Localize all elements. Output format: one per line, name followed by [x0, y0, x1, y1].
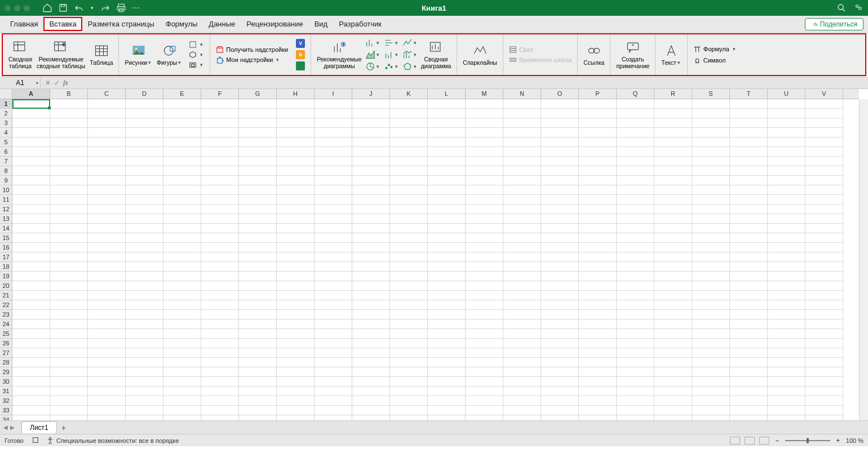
cell-J25[interactable]: [352, 329, 390, 339]
cell-M13[interactable]: [466, 214, 503, 224]
cell-G23[interactable]: [239, 310, 277, 319]
table-button[interactable]: Таблица: [87, 42, 115, 68]
cell-O10[interactable]: [541, 185, 579, 195]
cell-Q32[interactable]: [617, 396, 654, 406]
cell-D22[interactable]: [126, 300, 163, 310]
cell-S3[interactable]: [692, 118, 730, 128]
cell-H4[interactable]: [277, 128, 315, 137]
tab-home[interactable]: Главная: [5, 17, 43, 31]
cell-I32[interactable]: [315, 396, 352, 406]
cell-F19[interactable]: [201, 272, 239, 281]
cell-P10[interactable]: [579, 185, 617, 195]
cell-S22[interactable]: [692, 300, 730, 310]
row-header-32[interactable]: 32: [0, 396, 12, 406]
cell-O19[interactable]: [541, 272, 579, 281]
cell-G8[interactable]: [239, 166, 277, 176]
cell-M33[interactable]: [466, 406, 503, 415]
cell-K8[interactable]: [390, 166, 428, 176]
cell-L7[interactable]: [428, 157, 466, 166]
cell-I3[interactable]: [315, 118, 352, 128]
cell-H12[interactable]: [277, 205, 315, 214]
cell-A20[interactable]: [12, 281, 50, 291]
cell-T1[interactable]: [730, 99, 768, 109]
cell-K25[interactable]: [390, 329, 428, 339]
cell-M12[interactable]: [466, 205, 503, 214]
cell-D18[interactable]: [126, 262, 163, 272]
cell-O24[interactable]: [541, 319, 579, 329]
cell-V18[interactable]: [805, 262, 843, 272]
cell-N5[interactable]: [503, 137, 541, 147]
cell-R4[interactable]: [654, 128, 692, 137]
cell-K12[interactable]: [390, 205, 428, 214]
cell-B33[interactable]: [50, 406, 88, 415]
sheet-prev-icon[interactable]: ◀: [3, 424, 8, 430]
cell-N3[interactable]: [503, 118, 541, 128]
cell-L21[interactable]: [428, 291, 466, 300]
cell-S34[interactable]: [692, 415, 730, 420]
cell-H18[interactable]: [277, 262, 315, 272]
cell-C32[interactable]: [88, 396, 126, 406]
cell-V21[interactable]: [805, 291, 843, 300]
cell-U2[interactable]: [768, 109, 805, 118]
cell-U34[interactable]: [768, 415, 805, 420]
cell-Q10[interactable]: [617, 185, 654, 195]
column-header-E[interactable]: E: [163, 89, 201, 99]
cell-O20[interactable]: [541, 281, 579, 291]
cell-I28[interactable]: [315, 358, 352, 367]
cell-E29[interactable]: [163, 367, 201, 377]
cell-M27[interactable]: [466, 348, 503, 358]
cell-P21[interactable]: [579, 291, 617, 300]
cell-N24[interactable]: [503, 319, 541, 329]
get-addins-button[interactable]: Получить надстройки: [214, 45, 290, 54]
cell-B34[interactable]: [50, 415, 88, 420]
cell-B8[interactable]: [50, 166, 88, 176]
cell-E33[interactable]: [163, 406, 201, 415]
cell-G16[interactable]: [239, 243, 277, 252]
cell-C20[interactable]: [88, 281, 126, 291]
cell-P29[interactable]: [579, 367, 617, 377]
cell-M26[interactable]: [466, 339, 503, 348]
cell-P24[interactable]: [579, 319, 617, 329]
bar-chart-button[interactable]: ▾: [364, 37, 382, 48]
cell-K17[interactable]: [390, 252, 428, 262]
cell-M8[interactable]: [466, 166, 503, 176]
cell-J3[interactable]: [352, 118, 390, 128]
cell-I23[interactable]: [315, 310, 352, 319]
cell-R23[interactable]: [654, 310, 692, 319]
cell-H32[interactable]: [277, 396, 315, 406]
cell-K27[interactable]: [390, 348, 428, 358]
cell-H31[interactable]: [277, 387, 315, 396]
cell-V30[interactable]: [805, 377, 843, 387]
cell-V26[interactable]: [805, 339, 843, 348]
cell-R9[interactable]: [654, 176, 692, 185]
cell-T31[interactable]: [730, 387, 768, 396]
cell-N16[interactable]: [503, 243, 541, 252]
cell-N14[interactable]: [503, 224, 541, 233]
cell-P1[interactable]: [579, 99, 617, 109]
cell-G9[interactable]: [239, 176, 277, 185]
cell-U19[interactable]: [768, 272, 805, 281]
cell-V17[interactable]: [805, 252, 843, 262]
cell-I4[interactable]: [315, 128, 352, 137]
tab-developer[interactable]: Разработчик: [333, 17, 387, 31]
cell-V28[interactable]: [805, 358, 843, 367]
cell-G19[interactable]: [239, 272, 277, 281]
cell-O3[interactable]: [541, 118, 579, 128]
cell-S13[interactable]: [692, 214, 730, 224]
cell-O4[interactable]: [541, 128, 579, 137]
cell-G5[interactable]: [239, 137, 277, 147]
cell-I2[interactable]: [315, 109, 352, 118]
cell-K14[interactable]: [390, 224, 428, 233]
cell-U21[interactable]: [768, 291, 805, 300]
cell-A28[interactable]: [12, 358, 50, 367]
cell-J23[interactable]: [352, 310, 390, 319]
cell-C30[interactable]: [88, 377, 126, 387]
more-icon[interactable]: ⋯: [132, 3, 140, 12]
sparklines-button[interactable]: Спарклайны: [460, 42, 499, 68]
cell-U11[interactable]: [768, 195, 805, 205]
cell-E16[interactable]: [163, 243, 201, 252]
cell-C13[interactable]: [88, 214, 126, 224]
cell-V1[interactable]: [805, 99, 843, 109]
cell-O28[interactable]: [541, 358, 579, 367]
cell-T15[interactable]: [730, 233, 768, 243]
